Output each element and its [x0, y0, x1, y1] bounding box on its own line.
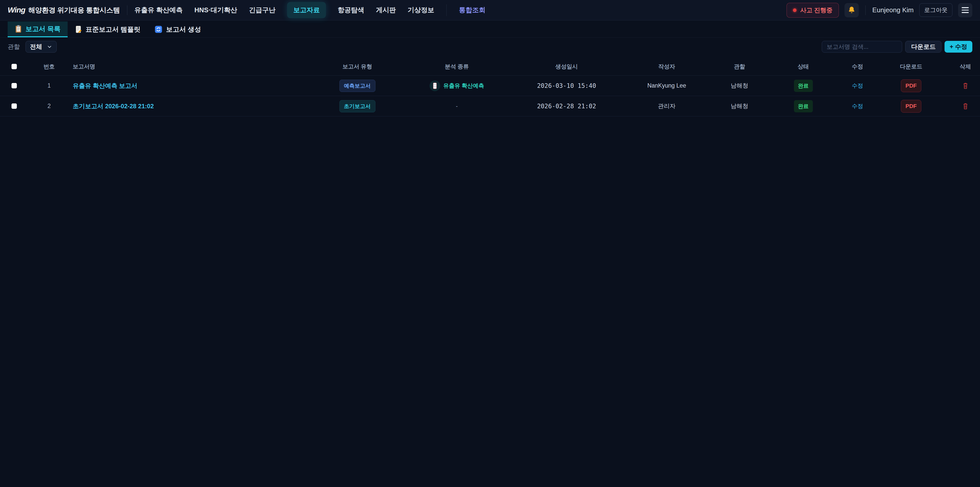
- header-author: 작성자: [617, 58, 716, 75]
- report-name-link[interactable]: 초기보고서 2026-02-28 21:02: [73, 102, 154, 110]
- filter-actions: 다운로드 + 수정: [822, 41, 972, 53]
- header-analysis: 분석 종류: [398, 58, 515, 75]
- header-delete: 삭제: [951, 58, 980, 75]
- download-button[interactable]: 다운로드: [905, 41, 942, 53]
- wing-logo: Wing: [8, 6, 25, 14]
- incident-dot-icon: [793, 8, 797, 12]
- user-name: Eunjeong Kim: [872, 6, 914, 14]
- app-title: 해양환경 위기대응 통합시스템: [28, 6, 120, 15]
- chevron-down-icon: [47, 44, 52, 49]
- tab-generate-report[interactable]: 보고서 생성: [148, 21, 208, 37]
- main-nav: 유출유 확산예측 HNS·대기확산 긴급구난 보고자료 항공탐색 게시판 기상정…: [135, 2, 486, 18]
- memo-pencil-icon: [75, 25, 82, 34]
- tab-standard-template[interactable]: 표준보고서 템플릿: [68, 21, 148, 37]
- refresh-icon: [155, 26, 162, 33]
- header-edit: 수정: [843, 58, 872, 75]
- status-badge: 완료: [794, 80, 813, 92]
- analysis-type-empty: -: [456, 103, 458, 110]
- brand: Wing 해양환경 위기대응 통합시스템: [8, 6, 120, 15]
- nav-item-reports[interactable]: 보고자료: [287, 2, 326, 18]
- region: 남해청: [716, 76, 763, 96]
- nav-item-rescue[interactable]: 긴급구난: [249, 6, 275, 14]
- created-datetime: 2026-03-10 15:40: [515, 76, 617, 96]
- region: 남해청: [716, 96, 763, 116]
- search-input[interactable]: [822, 41, 902, 53]
- nav-item-integrated-search[interactable]: 통합조회: [459, 6, 485, 14]
- edit-link[interactable]: 수정: [852, 82, 863, 89]
- report-table: 번호 보고서명 보고서 유형 분석 종류 생성일시 작성자 관할 상태 수정 다…: [0, 58, 980, 117]
- bell-icon: [847, 6, 856, 14]
- top-bar: Wing 해양환경 위기대응 통합시스템 유출유 확산예측 HNS·대기확산 긴…: [0, 0, 980, 21]
- delete-button[interactable]: [963, 82, 969, 89]
- created-datetime: 2026-02-28 21:02: [515, 96, 617, 116]
- nav-separator: [446, 4, 447, 16]
- incident-status-badge: 사고 진행중: [787, 3, 839, 18]
- jurisdiction-selected-value: 전체: [30, 43, 42, 51]
- nav-item-aerial-search[interactable]: 항공탐색: [338, 6, 364, 14]
- header-no: 번호: [28, 58, 70, 75]
- delete-button[interactable]: [963, 103, 969, 110]
- nav-item-weather[interactable]: 기상정보: [407, 6, 434, 14]
- jurisdiction-label: 관할: [8, 43, 20, 51]
- add-edit-button[interactable]: + 수정: [945, 41, 972, 53]
- author: 관리자: [617, 96, 716, 116]
- menu-button[interactable]: [958, 3, 972, 18]
- header-type: 보고서 유형: [317, 58, 398, 75]
- pdf-download-button[interactable]: PDF: [901, 100, 921, 113]
- report-name-link[interactable]: 유출유 확산예측 보고서: [73, 82, 137, 90]
- edit-link[interactable]: 수정: [852, 102, 863, 110]
- analysis-type-label: 유출유 확산예측: [443, 82, 484, 89]
- nav-item-hns[interactable]: HNS·대기확산: [194, 6, 237, 14]
- tab-generate-report-label: 보고서 생성: [166, 25, 201, 34]
- status-badge: 완료: [794, 100, 813, 112]
- row-checkbox[interactable]: [11, 104, 17, 109]
- row-checkbox[interactable]: [11, 83, 17, 88]
- table-row: 1 유출유 확산예측 보고서 예측보고서 유출유 확산예측 2026-03-10…: [0, 76, 980, 96]
- report-type-badge: 예측보고서: [339, 80, 375, 92]
- header-region: 관할: [716, 58, 763, 75]
- row-no: 1: [28, 76, 70, 96]
- header-name: 보고서명: [70, 58, 317, 75]
- header-created: 생성일시: [515, 58, 617, 75]
- report-type-badge: 초기보고서: [339, 100, 375, 112]
- nav-item-oil-spill[interactable]: 유출유 확산예측: [135, 6, 183, 14]
- author: NanKyung Lee: [617, 76, 716, 96]
- trash-icon: [963, 82, 969, 89]
- analysis-type: 유출유 확산예측: [430, 80, 484, 91]
- header-download: 다운로드: [872, 58, 951, 75]
- tab-standard-template-label: 표준보고서 템플릿: [86, 25, 140, 34]
- tab-report-list[interactable]: 보고서 목록: [8, 21, 68, 37]
- oil-drum-icon: [430, 80, 440, 91]
- jurisdiction-select[interactable]: 전체: [25, 41, 57, 53]
- brand-nav-divider: [127, 5, 127, 15]
- incident-label: 사고 진행중: [800, 6, 832, 14]
- pdf-download-button[interactable]: PDF: [901, 80, 921, 92]
- report-tabbar: 보고서 목록 표준보고서 템플릿 보고서 생성: [0, 21, 980, 38]
- topbar-right: 사고 진행중 Eunjeong Kim 로그아웃: [787, 3, 972, 18]
- filter-row: 관할 전체 다운로드 + 수정: [8, 41, 972, 53]
- logout-button[interactable]: 로그아웃: [919, 3, 953, 17]
- table-row: 2 초기보고서 2026-02-28 21:02 초기보고서 - 2026-02…: [0, 96, 980, 117]
- tab-report-list-label: 보고서 목록: [25, 24, 60, 34]
- nav-item-board[interactable]: 게시판: [376, 6, 396, 14]
- hamburger-icon: [962, 7, 969, 13]
- select-all-checkbox[interactable]: [11, 64, 17, 69]
- row-no: 2: [28, 96, 70, 116]
- notifications-button[interactable]: [845, 3, 859, 18]
- header-status: 상태: [763, 58, 843, 75]
- clipboard-icon: [15, 25, 22, 33]
- table-header-row: 번호 보고서명 보고서 유형 분석 종류 생성일시 작성자 관할 상태 수정 다…: [0, 58, 980, 76]
- trash-icon: [963, 103, 969, 110]
